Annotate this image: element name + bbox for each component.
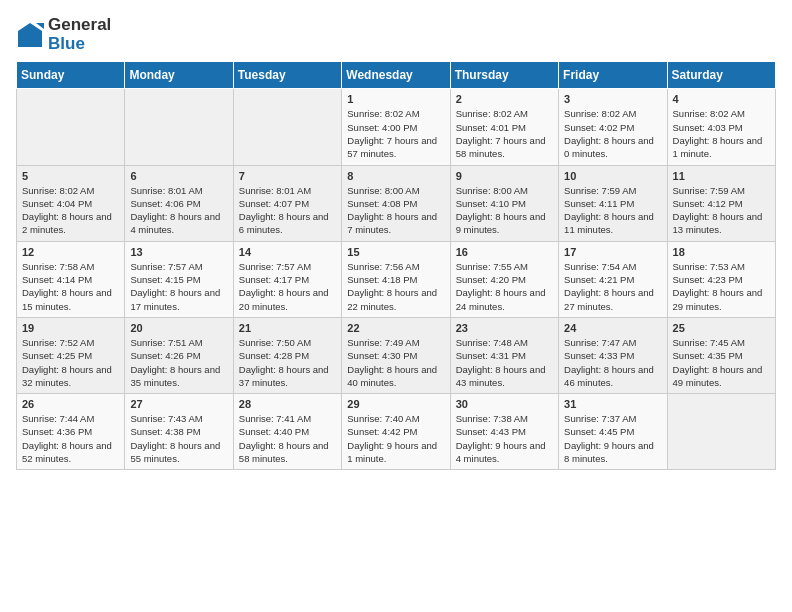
calendar-cell: 21Sunrise: 7:50 AM Sunset: 4:28 PM Dayli… — [233, 317, 341, 393]
day-number: 5 — [22, 170, 119, 182]
cell-text: Sunrise: 7:41 AM Sunset: 4:40 PM Dayligh… — [239, 412, 336, 465]
week-row-4: 19Sunrise: 7:52 AM Sunset: 4:25 PM Dayli… — [17, 317, 776, 393]
calendar-cell: 28Sunrise: 7:41 AM Sunset: 4:40 PM Dayli… — [233, 394, 341, 470]
cell-text: Sunrise: 8:01 AM Sunset: 4:06 PM Dayligh… — [130, 184, 227, 237]
day-number: 16 — [456, 246, 553, 258]
calendar-cell: 10Sunrise: 7:59 AM Sunset: 4:11 PM Dayli… — [559, 165, 667, 241]
day-number: 27 — [130, 398, 227, 410]
cell-text: Sunrise: 8:02 AM Sunset: 4:04 PM Dayligh… — [22, 184, 119, 237]
week-row-2: 5Sunrise: 8:02 AM Sunset: 4:04 PM Daylig… — [17, 165, 776, 241]
logo-blue: Blue — [48, 35, 111, 54]
logo-general: General — [48, 16, 111, 35]
weekday-header-saturday: Saturday — [667, 62, 775, 89]
calendar-cell — [17, 89, 125, 165]
calendar-cell: 18Sunrise: 7:53 AM Sunset: 4:23 PM Dayli… — [667, 241, 775, 317]
calendar-cell: 25Sunrise: 7:45 AM Sunset: 4:35 PM Dayli… — [667, 317, 775, 393]
day-number: 1 — [347, 93, 444, 105]
day-number: 17 — [564, 246, 661, 258]
calendar-cell: 16Sunrise: 7:55 AM Sunset: 4:20 PM Dayli… — [450, 241, 558, 317]
calendar-cell: 31Sunrise: 7:37 AM Sunset: 4:45 PM Dayli… — [559, 394, 667, 470]
calendar-cell: 12Sunrise: 7:58 AM Sunset: 4:14 PM Dayli… — [17, 241, 125, 317]
calendar-cell: 14Sunrise: 7:57 AM Sunset: 4:17 PM Dayli… — [233, 241, 341, 317]
day-number: 18 — [673, 246, 770, 258]
cell-text: Sunrise: 7:54 AM Sunset: 4:21 PM Dayligh… — [564, 260, 661, 313]
day-number: 29 — [347, 398, 444, 410]
cell-text: Sunrise: 7:57 AM Sunset: 4:17 PM Dayligh… — [239, 260, 336, 313]
day-number: 30 — [456, 398, 553, 410]
calendar-cell: 4Sunrise: 8:02 AM Sunset: 4:03 PM Daylig… — [667, 89, 775, 165]
calendar-cell: 3Sunrise: 8:02 AM Sunset: 4:02 PM Daylig… — [559, 89, 667, 165]
weekday-header-friday: Friday — [559, 62, 667, 89]
calendar-cell: 29Sunrise: 7:40 AM Sunset: 4:42 PM Dayli… — [342, 394, 450, 470]
calendar-cell: 19Sunrise: 7:52 AM Sunset: 4:25 PM Dayli… — [17, 317, 125, 393]
calendar-cell: 15Sunrise: 7:56 AM Sunset: 4:18 PM Dayli… — [342, 241, 450, 317]
cell-text: Sunrise: 7:51 AM Sunset: 4:26 PM Dayligh… — [130, 336, 227, 389]
calendar-cell: 5Sunrise: 8:02 AM Sunset: 4:04 PM Daylig… — [17, 165, 125, 241]
weekday-header-thursday: Thursday — [450, 62, 558, 89]
weekday-header-row: SundayMondayTuesdayWednesdayThursdayFrid… — [17, 62, 776, 89]
day-number: 13 — [130, 246, 227, 258]
cell-text: Sunrise: 8:00 AM Sunset: 4:10 PM Dayligh… — [456, 184, 553, 237]
cell-text: Sunrise: 8:01 AM Sunset: 4:07 PM Dayligh… — [239, 184, 336, 237]
cell-text: Sunrise: 7:57 AM Sunset: 4:15 PM Dayligh… — [130, 260, 227, 313]
calendar-cell: 1Sunrise: 8:02 AM Sunset: 4:00 PM Daylig… — [342, 89, 450, 165]
cell-text: Sunrise: 7:52 AM Sunset: 4:25 PM Dayligh… — [22, 336, 119, 389]
calendar-cell — [667, 394, 775, 470]
day-number: 10 — [564, 170, 661, 182]
day-number: 31 — [564, 398, 661, 410]
day-number: 24 — [564, 322, 661, 334]
calendar-cell: 22Sunrise: 7:49 AM Sunset: 4:30 PM Dayli… — [342, 317, 450, 393]
calendar-cell: 30Sunrise: 7:38 AM Sunset: 4:43 PM Dayli… — [450, 394, 558, 470]
cell-text: Sunrise: 7:47 AM Sunset: 4:33 PM Dayligh… — [564, 336, 661, 389]
cell-text: Sunrise: 7:43 AM Sunset: 4:38 PM Dayligh… — [130, 412, 227, 465]
cell-text: Sunrise: 7:44 AM Sunset: 4:36 PM Dayligh… — [22, 412, 119, 465]
cell-text: Sunrise: 8:02 AM Sunset: 4:03 PM Dayligh… — [673, 107, 770, 160]
weekday-header-monday: Monday — [125, 62, 233, 89]
week-row-5: 26Sunrise: 7:44 AM Sunset: 4:36 PM Dayli… — [17, 394, 776, 470]
cell-text: Sunrise: 8:00 AM Sunset: 4:08 PM Dayligh… — [347, 184, 444, 237]
calendar-cell: 24Sunrise: 7:47 AM Sunset: 4:33 PM Dayli… — [559, 317, 667, 393]
day-number: 25 — [673, 322, 770, 334]
calendar-cell: 26Sunrise: 7:44 AM Sunset: 4:36 PM Dayli… — [17, 394, 125, 470]
header: General Blue — [16, 16, 776, 53]
cell-text: Sunrise: 7:49 AM Sunset: 4:30 PM Dayligh… — [347, 336, 444, 389]
cell-text: Sunrise: 8:02 AM Sunset: 4:02 PM Dayligh… — [564, 107, 661, 160]
cell-text: Sunrise: 7:38 AM Sunset: 4:43 PM Dayligh… — [456, 412, 553, 465]
calendar-cell — [233, 89, 341, 165]
day-number: 12 — [22, 246, 119, 258]
day-number: 23 — [456, 322, 553, 334]
day-number: 9 — [456, 170, 553, 182]
calendar-cell: 11Sunrise: 7:59 AM Sunset: 4:12 PM Dayli… — [667, 165, 775, 241]
day-number: 22 — [347, 322, 444, 334]
calendar-cell: 23Sunrise: 7:48 AM Sunset: 4:31 PM Dayli… — [450, 317, 558, 393]
cell-text: Sunrise: 7:45 AM Sunset: 4:35 PM Dayligh… — [673, 336, 770, 389]
day-number: 11 — [673, 170, 770, 182]
cell-text: Sunrise: 7:59 AM Sunset: 4:12 PM Dayligh… — [673, 184, 770, 237]
calendar-cell: 17Sunrise: 7:54 AM Sunset: 4:21 PM Dayli… — [559, 241, 667, 317]
day-number: 8 — [347, 170, 444, 182]
cell-text: Sunrise: 8:02 AM Sunset: 4:00 PM Dayligh… — [347, 107, 444, 160]
calendar-cell: 6Sunrise: 8:01 AM Sunset: 4:06 PM Daylig… — [125, 165, 233, 241]
svg-marker-0 — [18, 23, 42, 47]
day-number: 21 — [239, 322, 336, 334]
weekday-header-tuesday: Tuesday — [233, 62, 341, 89]
calendar-cell: 2Sunrise: 8:02 AM Sunset: 4:01 PM Daylig… — [450, 89, 558, 165]
calendar-cell: 20Sunrise: 7:51 AM Sunset: 4:26 PM Dayli… — [125, 317, 233, 393]
calendar-cell: 9Sunrise: 8:00 AM Sunset: 4:10 PM Daylig… — [450, 165, 558, 241]
cell-text: Sunrise: 8:02 AM Sunset: 4:01 PM Dayligh… — [456, 107, 553, 160]
calendar-cell: 13Sunrise: 7:57 AM Sunset: 4:15 PM Dayli… — [125, 241, 233, 317]
day-number: 4 — [673, 93, 770, 105]
cell-text: Sunrise: 7:40 AM Sunset: 4:42 PM Dayligh… — [347, 412, 444, 465]
calendar-cell: 7Sunrise: 8:01 AM Sunset: 4:07 PM Daylig… — [233, 165, 341, 241]
week-row-3: 12Sunrise: 7:58 AM Sunset: 4:14 PM Dayli… — [17, 241, 776, 317]
day-number: 28 — [239, 398, 336, 410]
day-number: 14 — [239, 246, 336, 258]
weekday-header-wednesday: Wednesday — [342, 62, 450, 89]
cell-text: Sunrise: 7:37 AM Sunset: 4:45 PM Dayligh… — [564, 412, 661, 465]
day-number: 3 — [564, 93, 661, 105]
day-number: 15 — [347, 246, 444, 258]
cell-text: Sunrise: 7:48 AM Sunset: 4:31 PM Dayligh… — [456, 336, 553, 389]
cell-text: Sunrise: 7:59 AM Sunset: 4:11 PM Dayligh… — [564, 184, 661, 237]
day-number: 2 — [456, 93, 553, 105]
cell-text: Sunrise: 7:58 AM Sunset: 4:14 PM Dayligh… — [22, 260, 119, 313]
